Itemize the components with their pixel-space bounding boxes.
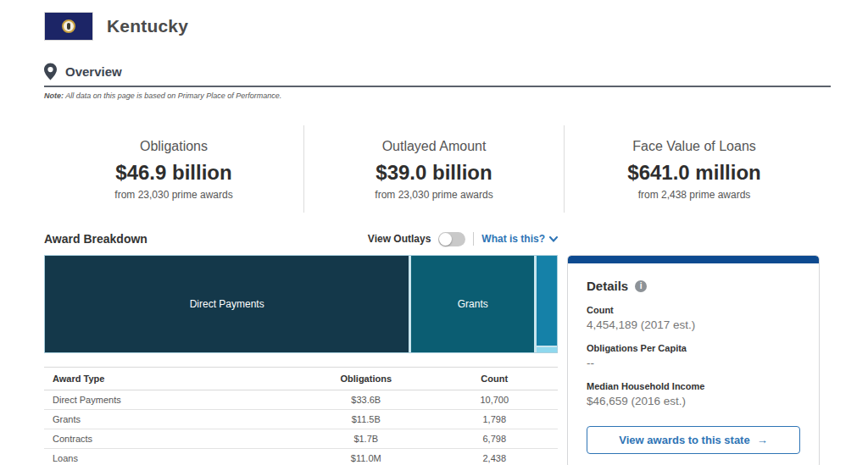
- field-label: Median Household Income: [587, 381, 800, 391]
- award-type-table: Award Type Obligations Count Direct Paym…: [44, 367, 558, 465]
- view-awards-button-label: View awards to this state: [619, 434, 749, 446]
- what-is-this-label: What is this?: [481, 233, 545, 245]
- controls-separator: [473, 232, 474, 246]
- location-pin-icon: [44, 63, 57, 80]
- cell-obligations: $33.6B: [301, 390, 430, 410]
- cell-award-type: Direct Payments: [44, 390, 301, 410]
- stat-value: $641.0 million: [573, 161, 815, 185]
- state-profile-page: Kentucky Overview Note: All data on this…: [0, 0, 868, 465]
- table-row: Direct Payments $33.6B 10,700: [44, 390, 558, 410]
- cell-count: 10,700: [430, 390, 559, 410]
- treemap-segment-label: Grants: [458, 298, 488, 310]
- overview-heading: Overview: [65, 64, 122, 79]
- view-outlays-toggle[interactable]: [438, 232, 465, 246]
- page-title: Kentucky: [107, 16, 188, 36]
- award-breakdown-heading: Award Breakdown: [44, 232, 147, 246]
- cell-award-type: Grants: [44, 410, 301, 429]
- field-value: $46,659 (2016 est.): [587, 395, 800, 407]
- overview-divider: [44, 86, 831, 87]
- stat-card-outlayed-amount: Outlayed Amount $39.0 billion from 23,03…: [303, 125, 564, 213]
- column-header-count: Count: [430, 368, 559, 390]
- arrow-right-icon: →: [757, 434, 768, 446]
- column-header-obligations: Obligations: [301, 368, 430, 390]
- page-header: Kentucky: [0, 0, 868, 41]
- field-value: --: [587, 357, 800, 369]
- cell-count: 2,438: [430, 449, 559, 465]
- table-row: Loans $11.0M 2,438: [44, 449, 558, 465]
- detail-field-median-household-income: Median Household Income $46,659 (2016 es…: [587, 381, 800, 407]
- note-text: All data on this page is based on Primar…: [64, 91, 281, 100]
- stat-label: Outlayed Amount: [313, 139, 555, 154]
- table-header-row: Award Type Obligations Count: [44, 368, 558, 390]
- stat-label: Face Value of Loans: [573, 139, 815, 154]
- award-breakdown-treemap: Direct Payments Grants: [44, 255, 558, 353]
- toggle-knob: [439, 233, 452, 246]
- chevron-down-icon: [549, 233, 558, 245]
- treemap-segment-contracts[interactable]: [537, 256, 557, 352]
- treemap-segment-contracts-block[interactable]: [537, 256, 557, 346]
- field-value: 4,454,189 (2017 est.): [587, 318, 800, 331]
- treemap-segment-label: Direct Payments: [190, 298, 264, 310]
- cell-obligations: $1.7B: [301, 429, 430, 449]
- table-row: Contracts $1.7B 6,798: [44, 429, 558, 449]
- totals-row: Obligations $46.9 billion from 23,030 pr…: [44, 125, 824, 213]
- award-breakdown-section: Award Breakdown View Outlays What is thi…: [44, 230, 868, 465]
- detail-field-count: Count 4,454,189 (2017 est.): [587, 305, 800, 331]
- cell-award-type: Loans: [44, 449, 301, 465]
- cell-award-type: Contracts: [44, 429, 301, 449]
- cell-obligations: $11.0M: [301, 449, 430, 465]
- kentucky-flag-image: [44, 12, 93, 41]
- column-header-award-type: Award Type: [44, 368, 301, 390]
- treemap-segment-grants[interactable]: Grants: [411, 256, 534, 352]
- cell-count: 6,798: [430, 429, 559, 449]
- cell-count: 1,798: [430, 410, 559, 429]
- note-prefix: Note:: [44, 91, 64, 100]
- view-awards-button[interactable]: View awards to this state →: [587, 426, 800, 454]
- stat-label: Obligations: [53, 139, 295, 154]
- data-note: Note: All data on this page is based on …: [44, 91, 831, 100]
- stat-value: $39.0 billion: [313, 161, 555, 185]
- field-label: Count: [587, 305, 800, 315]
- table-row: Grants $11.5B 1,798: [44, 410, 558, 429]
- what-is-this-link[interactable]: What is this?: [481, 233, 558, 245]
- stat-value: $46.9 billion: [53, 161, 295, 185]
- overview-section: Overview Note: All data on this page is …: [44, 63, 831, 100]
- flag-seal-icon: [62, 19, 75, 33]
- details-panel: Details i Count 4,454,189 (2017 est.) Ob…: [567, 255, 820, 465]
- field-label: Obligations Per Capita: [587, 343, 800, 353]
- cell-obligations: $11.5B: [301, 410, 430, 429]
- treemap-segment-small-awards-strip[interactable]: [537, 347, 557, 352]
- stat-subtext: from 23,030 prime awards: [313, 189, 555, 201]
- info-icon[interactable]: i: [635, 280, 647, 292]
- details-heading: Details: [587, 279, 628, 293]
- treemap-segment-direct-payments[interactable]: Direct Payments: [45, 256, 409, 352]
- stat-subtext: from 2,438 prime awards: [573, 189, 815, 201]
- view-outlays-label: View Outlays: [368, 233, 431, 245]
- stat-card-face-value-of-loans: Face Value of Loans $641.0 million from …: [564, 125, 824, 213]
- stat-card-obligations: Obligations $46.9 billion from 23,030 pr…: [44, 125, 303, 213]
- details-panel-accent-bar: [568, 256, 819, 263]
- detail-field-obligations-per-capita: Obligations Per Capita --: [587, 343, 800, 369]
- stat-subtext: from 23,030 prime awards: [53, 189, 295, 201]
